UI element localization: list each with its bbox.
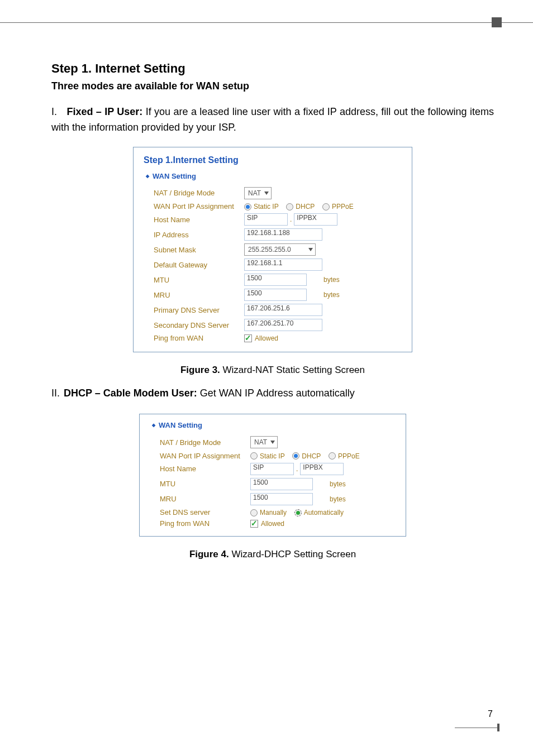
label-primary-dns: Primary DNS Server	[154, 306, 244, 314]
row2-ping-wan: Ping from WAN Allowed	[150, 519, 398, 528]
radio-manual-label: Manually	[260, 509, 287, 516]
row-host-name: Host Name SIP . IPPBX	[144, 213, 404, 226]
list-item-2-label: DHCP – Cable Modem User:	[64, 387, 197, 399]
host-dot: .	[290, 216, 292, 223]
mtu2-value: 1500	[253, 479, 268, 486]
figure-3-caption: Figure 3. Wizard-NAT Static Setting Scre…	[51, 365, 494, 376]
row-primary-dns: Primary DNS Server 167.206.251.6	[144, 304, 404, 316]
list-item-2-text: Get WAN IP Address automatically	[197, 387, 355, 399]
default-gateway-input[interactable]: 192.168.1.1	[244, 259, 322, 271]
label2-nat-mode: NAT / Bridge Mode	[160, 438, 250, 447]
header-rule	[0, 22, 533, 25]
label-ip-address: IP Address	[154, 231, 244, 239]
wan-assignment-radios: Static IP DHCP PPPoE	[244, 202, 359, 211]
row2-mru: MRU 1500 bytes	[150, 493, 398, 505]
ping2-checkbox[interactable]	[250, 520, 258, 528]
secondary-dns-input[interactable]: 167.206.251.70	[244, 319, 322, 331]
host2-input-2[interactable]: IPPBX	[300, 463, 344, 475]
radio-dhcp[interactable]	[286, 203, 293, 210]
label2-ping-wan: Ping from WAN	[160, 519, 250, 528]
nat-mode-select[interactable]: NAT	[244, 187, 272, 199]
label-ping-wan: Ping from WAN	[154, 334, 244, 342]
radio-pppoe-label: PPPoE	[332, 203, 354, 210]
label-wan-assignment: WAN Port IP Assignment	[154, 202, 244, 210]
radio-pppoe[interactable]	[322, 203, 330, 210]
host2-input-1-value: SIP	[253, 463, 264, 471]
mru2-unit: bytes	[330, 495, 346, 503]
row2-nat-mode: NAT / Bridge Mode NAT	[150, 436, 398, 448]
mtu-input[interactable]: 1500	[244, 274, 307, 286]
row2-mtu: MTU 1500 bytes	[150, 478, 398, 490]
panel2-subtitle: WAN Setting	[152, 421, 398, 429]
mtu2-input[interactable]: 1500	[250, 478, 313, 490]
row2-set-dns: Set DNS server Manually Automatically	[150, 508, 398, 517]
label2-wan-assignment: WAN Port IP Assignment	[160, 452, 250, 460]
list-item-2: II.DHCP – Cable Modem User: Get WAN IP A…	[51, 386, 494, 401]
row2-host-name: Host Name SIP . IPPBX	[150, 463, 398, 475]
label-mru: MRU	[154, 291, 244, 299]
row-secondary-dns: Secondary DNS Server 167.206.251.70	[144, 319, 404, 331]
row-ping-wan: Ping from WAN Allowed	[144, 334, 404, 342]
figure-4-label: Figure 4.	[189, 549, 229, 559]
host-input-1-value: SIP	[247, 214, 258, 222]
host2-input-1[interactable]: SIP	[250, 463, 294, 475]
label2-mtu: MTU	[160, 480, 250, 488]
radio2-pppoe-label: PPPoE	[338, 452, 360, 460]
radio2-pppoe[interactable]	[329, 452, 336, 460]
label-mtu: MTU	[154, 276, 244, 284]
radio-manual[interactable]	[250, 509, 258, 516]
mtu-value: 1500	[247, 274, 262, 282]
label-default-gateway: Default Gateway	[154, 261, 244, 269]
primary-dns-value: 167.206.251.6	[247, 304, 290, 312]
panel1-title: Step 1.Internet Setting	[144, 155, 404, 165]
list-item-1-label: Fixed – IP User:	[66, 106, 142, 117]
dns-radios: Manually Automatically	[250, 508, 349, 517]
row-mru: MRU 1500 bytes	[144, 289, 404, 301]
panel1-subtitle: WAN Setting	[146, 172, 404, 180]
host2-input-2-value: IPPBX	[303, 463, 322, 471]
page-number: 7	[488, 709, 493, 719]
mtu-unit: bytes	[323, 276, 340, 284]
mru2-input[interactable]: 1500	[250, 493, 313, 505]
ping2-checkbox-label: Allowed	[261, 520, 284, 528]
mru2-value: 1500	[253, 494, 268, 501]
label-secondary-dns: Secondary DNS Server	[154, 321, 244, 329]
row2-wan-assignment: WAN Port IP Assignment Static IP DHCP PP…	[150, 451, 398, 460]
host-input-2[interactable]: IPPBX	[294, 213, 337, 226]
list-item-1: I. Fixed – IP User: If you are a leased …	[51, 104, 494, 136]
host-input-1[interactable]: SIP	[244, 213, 288, 226]
nat-mode-2-value: NAT	[254, 438, 267, 446]
ping-checkbox-label: Allowed	[255, 334, 278, 342]
figure-3-label: Figure 3.	[180, 365, 220, 375]
list-number-2: II.	[51, 386, 64, 401]
primary-dns-input[interactable]: 167.206.251.6	[244, 304, 322, 316]
ip-address-input[interactable]: 192.168.1.188	[244, 228, 322, 241]
wizard-static-panel: Step 1.Internet Setting WAN Setting NAT …	[133, 147, 412, 353]
subnet-mask-select[interactable]: 255.255.255.0	[244, 243, 316, 256]
row-mtu: MTU 1500 bytes	[144, 274, 404, 286]
radio-auto[interactable]	[294, 509, 302, 516]
secondary-dns-value: 167.206.251.70	[247, 319, 293, 327]
row-default-gateway: Default Gateway 192.168.1.1	[144, 259, 404, 271]
radio2-static-ip[interactable]	[250, 452, 258, 460]
label2-set-dns: Set DNS server	[160, 508, 250, 516]
default-gateway-value: 192.168.1.1	[247, 259, 282, 267]
host2-dot: .	[296, 465, 298, 473]
figure-3-text: Wizard-NAT Static Setting Screen	[220, 365, 365, 375]
step-title: Step 1. Internet Setting	[51, 61, 494, 76]
mru-input[interactable]: 1500	[244, 289, 307, 301]
list-number-1: I.	[51, 104, 64, 120]
footer-rule	[455, 728, 499, 728]
radio2-dhcp[interactable]	[292, 452, 299, 460]
radio-static-ip[interactable]	[244, 203, 251, 210]
label-host-name: Host Name	[154, 216, 244, 224]
ping-checkbox[interactable]	[244, 334, 252, 342]
label-subnet-mask: Subnet Mask	[154, 246, 244, 254]
row-subnet-mask: Subnet Mask 255.255.255.0	[144, 243, 404, 256]
mtu2-unit: bytes	[330, 480, 346, 488]
nat-mode-select-2[interactable]: NAT	[250, 436, 278, 448]
footer-tick	[497, 724, 499, 731]
nat-mode-value: NAT	[248, 189, 261, 197]
section-subhead: Three modes are available for WAN setup	[51, 80, 494, 92]
mru-value: 1500	[247, 289, 262, 297]
